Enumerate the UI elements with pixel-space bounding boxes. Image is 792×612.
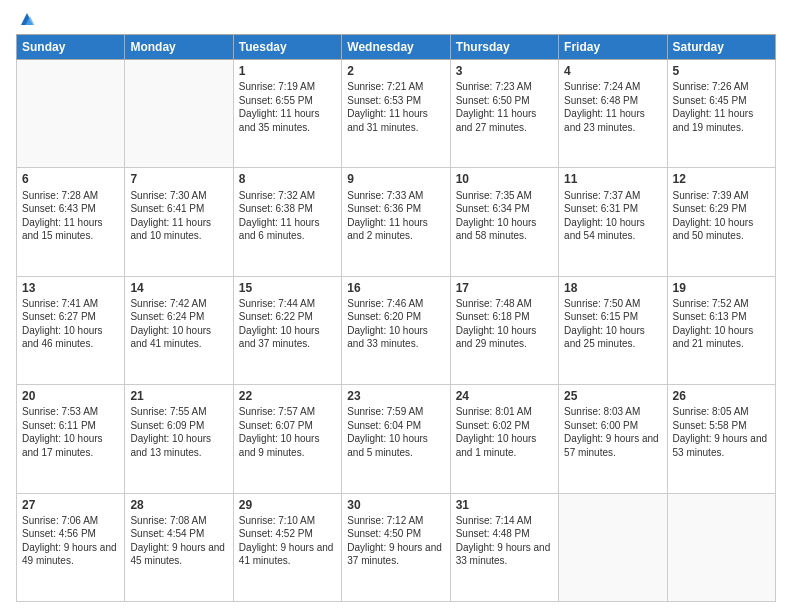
day-number: 22	[239, 388, 336, 404]
calendar-cell: 15Sunrise: 7:44 AM Sunset: 6:22 PM Dayli…	[233, 276, 341, 384]
day-number: 12	[673, 171, 770, 187]
calendar-dow-friday: Friday	[559, 35, 667, 60]
day-number: 1	[239, 63, 336, 79]
calendar-week-1: 6Sunrise: 7:28 AM Sunset: 6:43 PM Daylig…	[17, 168, 776, 276]
day-info: Sunrise: 7:39 AM Sunset: 6:29 PM Dayligh…	[673, 189, 770, 243]
calendar-week-2: 13Sunrise: 7:41 AM Sunset: 6:27 PM Dayli…	[17, 276, 776, 384]
calendar-cell: 20Sunrise: 7:53 AM Sunset: 6:11 PM Dayli…	[17, 385, 125, 493]
day-info: Sunrise: 7:35 AM Sunset: 6:34 PM Dayligh…	[456, 189, 553, 243]
calendar-dow-saturday: Saturday	[667, 35, 775, 60]
day-number: 13	[22, 280, 119, 296]
day-number: 8	[239, 171, 336, 187]
calendar-cell: 30Sunrise: 7:12 AM Sunset: 4:50 PM Dayli…	[342, 493, 450, 601]
calendar-cell: 13Sunrise: 7:41 AM Sunset: 6:27 PM Dayli…	[17, 276, 125, 384]
day-info: Sunrise: 7:24 AM Sunset: 6:48 PM Dayligh…	[564, 80, 661, 134]
page: SundayMondayTuesdayWednesdayThursdayFrid…	[0, 0, 792, 612]
calendar-cell: 3Sunrise: 7:23 AM Sunset: 6:50 PM Daylig…	[450, 60, 558, 168]
calendar-cell: 21Sunrise: 7:55 AM Sunset: 6:09 PM Dayli…	[125, 385, 233, 493]
calendar-cell: 19Sunrise: 7:52 AM Sunset: 6:13 PM Dayli…	[667, 276, 775, 384]
calendar-week-3: 20Sunrise: 7:53 AM Sunset: 6:11 PM Dayli…	[17, 385, 776, 493]
day-info: Sunrise: 7:26 AM Sunset: 6:45 PM Dayligh…	[673, 80, 770, 134]
day-info: Sunrise: 7:41 AM Sunset: 6:27 PM Dayligh…	[22, 297, 119, 351]
calendar-cell: 8Sunrise: 7:32 AM Sunset: 6:38 PM Daylig…	[233, 168, 341, 276]
day-info: Sunrise: 8:01 AM Sunset: 6:02 PM Dayligh…	[456, 405, 553, 459]
calendar-week-0: 1Sunrise: 7:19 AM Sunset: 6:55 PM Daylig…	[17, 60, 776, 168]
calendar-cell: 4Sunrise: 7:24 AM Sunset: 6:48 PM Daylig…	[559, 60, 667, 168]
calendar-cell: 12Sunrise: 7:39 AM Sunset: 6:29 PM Dayli…	[667, 168, 775, 276]
day-info: Sunrise: 8:03 AM Sunset: 6:00 PM Dayligh…	[564, 405, 661, 459]
day-number: 9	[347, 171, 444, 187]
day-info: Sunrise: 7:08 AM Sunset: 4:54 PM Dayligh…	[130, 514, 227, 568]
calendar-dow-monday: Monday	[125, 35, 233, 60]
day-info: Sunrise: 7:50 AM Sunset: 6:15 PM Dayligh…	[564, 297, 661, 351]
calendar-cell: 25Sunrise: 8:03 AM Sunset: 6:00 PM Dayli…	[559, 385, 667, 493]
calendar-cell	[125, 60, 233, 168]
calendar-cell: 16Sunrise: 7:46 AM Sunset: 6:20 PM Dayli…	[342, 276, 450, 384]
calendar-cell: 2Sunrise: 7:21 AM Sunset: 6:53 PM Daylig…	[342, 60, 450, 168]
calendar-table: SundayMondayTuesdayWednesdayThursdayFrid…	[16, 34, 776, 602]
day-info: Sunrise: 7:14 AM Sunset: 4:48 PM Dayligh…	[456, 514, 553, 568]
day-info: Sunrise: 7:59 AM Sunset: 6:04 PM Dayligh…	[347, 405, 444, 459]
day-number: 28	[130, 497, 227, 513]
calendar-cell: 7Sunrise: 7:30 AM Sunset: 6:41 PM Daylig…	[125, 168, 233, 276]
calendar-dow-thursday: Thursday	[450, 35, 558, 60]
day-info: Sunrise: 7:42 AM Sunset: 6:24 PM Dayligh…	[130, 297, 227, 351]
calendar-week-4: 27Sunrise: 7:06 AM Sunset: 4:56 PM Dayli…	[17, 493, 776, 601]
day-number: 3	[456, 63, 553, 79]
day-info: Sunrise: 7:48 AM Sunset: 6:18 PM Dayligh…	[456, 297, 553, 351]
logo	[16, 10, 36, 28]
day-info: Sunrise: 7:53 AM Sunset: 6:11 PM Dayligh…	[22, 405, 119, 459]
day-number: 20	[22, 388, 119, 404]
day-number: 19	[673, 280, 770, 296]
calendar-cell	[17, 60, 125, 168]
day-number: 5	[673, 63, 770, 79]
day-number: 6	[22, 171, 119, 187]
day-number: 27	[22, 497, 119, 513]
day-info: Sunrise: 7:46 AM Sunset: 6:20 PM Dayligh…	[347, 297, 444, 351]
calendar-cell: 5Sunrise: 7:26 AM Sunset: 6:45 PM Daylig…	[667, 60, 775, 168]
calendar-cell: 29Sunrise: 7:10 AM Sunset: 4:52 PM Dayli…	[233, 493, 341, 601]
day-info: Sunrise: 8:05 AM Sunset: 5:58 PM Dayligh…	[673, 405, 770, 459]
day-info: Sunrise: 7:37 AM Sunset: 6:31 PM Dayligh…	[564, 189, 661, 243]
calendar-cell: 24Sunrise: 8:01 AM Sunset: 6:02 PM Dayli…	[450, 385, 558, 493]
day-info: Sunrise: 7:33 AM Sunset: 6:36 PM Dayligh…	[347, 189, 444, 243]
day-info: Sunrise: 7:57 AM Sunset: 6:07 PM Dayligh…	[239, 405, 336, 459]
calendar-cell: 22Sunrise: 7:57 AM Sunset: 6:07 PM Dayli…	[233, 385, 341, 493]
day-info: Sunrise: 7:30 AM Sunset: 6:41 PM Dayligh…	[130, 189, 227, 243]
calendar-cell: 23Sunrise: 7:59 AM Sunset: 6:04 PM Dayli…	[342, 385, 450, 493]
calendar-cell	[559, 493, 667, 601]
day-info: Sunrise: 7:21 AM Sunset: 6:53 PM Dayligh…	[347, 80, 444, 134]
day-number: 11	[564, 171, 661, 187]
day-number: 14	[130, 280, 227, 296]
day-number: 24	[456, 388, 553, 404]
day-number: 4	[564, 63, 661, 79]
day-number: 21	[130, 388, 227, 404]
day-number: 30	[347, 497, 444, 513]
day-info: Sunrise: 7:55 AM Sunset: 6:09 PM Dayligh…	[130, 405, 227, 459]
day-number: 17	[456, 280, 553, 296]
calendar-header-row: SundayMondayTuesdayWednesdayThursdayFrid…	[17, 35, 776, 60]
calendar-cell: 10Sunrise: 7:35 AM Sunset: 6:34 PM Dayli…	[450, 168, 558, 276]
day-info: Sunrise: 7:10 AM Sunset: 4:52 PM Dayligh…	[239, 514, 336, 568]
day-info: Sunrise: 7:23 AM Sunset: 6:50 PM Dayligh…	[456, 80, 553, 134]
calendar-cell: 11Sunrise: 7:37 AM Sunset: 6:31 PM Dayli…	[559, 168, 667, 276]
calendar-cell: 27Sunrise: 7:06 AM Sunset: 4:56 PM Dayli…	[17, 493, 125, 601]
day-number: 26	[673, 388, 770, 404]
day-number: 16	[347, 280, 444, 296]
logo-icon	[18, 10, 36, 28]
day-number: 15	[239, 280, 336, 296]
day-number: 18	[564, 280, 661, 296]
calendar-dow-sunday: Sunday	[17, 35, 125, 60]
calendar-cell	[667, 493, 775, 601]
day-info: Sunrise: 7:32 AM Sunset: 6:38 PM Dayligh…	[239, 189, 336, 243]
day-number: 31	[456, 497, 553, 513]
day-number: 2	[347, 63, 444, 79]
day-number: 25	[564, 388, 661, 404]
day-info: Sunrise: 7:52 AM Sunset: 6:13 PM Dayligh…	[673, 297, 770, 351]
calendar-cell: 31Sunrise: 7:14 AM Sunset: 4:48 PM Dayli…	[450, 493, 558, 601]
header	[16, 10, 776, 28]
calendar-cell: 9Sunrise: 7:33 AM Sunset: 6:36 PM Daylig…	[342, 168, 450, 276]
day-info: Sunrise: 7:44 AM Sunset: 6:22 PM Dayligh…	[239, 297, 336, 351]
day-info: Sunrise: 7:19 AM Sunset: 6:55 PM Dayligh…	[239, 80, 336, 134]
calendar-cell: 28Sunrise: 7:08 AM Sunset: 4:54 PM Dayli…	[125, 493, 233, 601]
